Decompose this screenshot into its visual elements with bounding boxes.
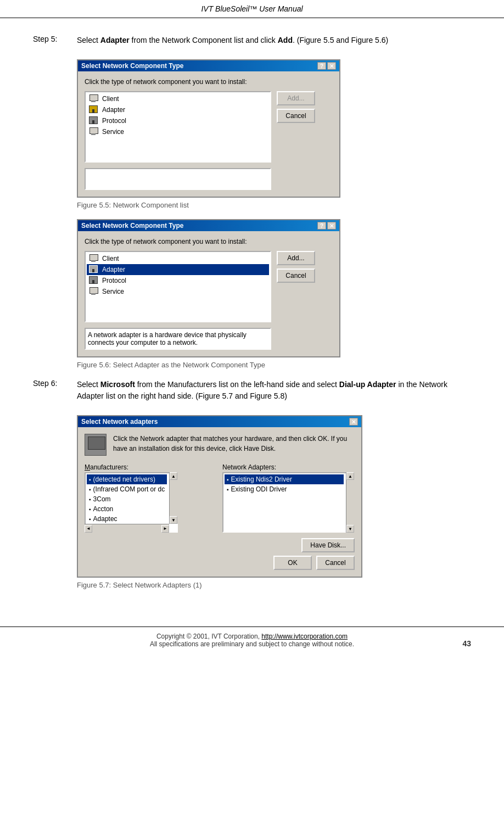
dialog-fig55-titlebar-buttons: ? ✕: [317, 62, 336, 70]
cancel-button-fig57[interactable]: Cancel: [316, 556, 355, 570]
list-item-service-56[interactable]: Service: [87, 286, 269, 297]
dialog-fig56-buttons: Add... Cancel: [277, 251, 315, 322]
dialog-fig57: Select Network adapters ✕ Click the Netw…: [77, 415, 362, 578]
dialog-fig55-main: Client Adapter Protocol Service: [85, 91, 333, 163]
adapters-scroll: ▪Existing Ndis2 Driver ▪Existing ODI Dri…: [225, 474, 344, 494]
cancel-button-fig56[interactable]: Cancel: [277, 269, 315, 283]
step5-bold2: Add: [278, 36, 293, 44]
dialog-fig56-main: Client Adapter Protocol Service: [85, 251, 333, 322]
dialog-fig56-body: Click the type of network component you …: [78, 231, 339, 356]
ok-button-fig57[interactable]: OK: [273, 556, 312, 570]
dialog-fig56-close-btn[interactable]: ✕: [327, 222, 336, 230]
right-list-wrapper: ▪Existing Ndis2 Driver ▪Existing ODI Dri…: [222, 472, 355, 533]
manufacturers-scrollbar[interactable]: ▲ ▼: [169, 472, 178, 524]
adapter-item-ndis2[interactable]: ▪Existing Ndis2 Driver: [225, 474, 344, 484]
cancel-button-fig55[interactable]: Cancel: [277, 109, 315, 123]
dialog-fig56: Select Network Component Type ? ✕ Click …: [77, 219, 340, 357]
list-item-client[interactable]: Client: [87, 93, 269, 104]
dialog-fig55-title: Select Network Component Type: [81, 62, 183, 70]
h-scroll-right-mfr[interactable]: ►: [161, 525, 169, 533]
dialog-fig56-listbox[interactable]: Client Adapter Protocol Service: [85, 251, 271, 322]
list-item-client-56[interactable]: Client: [87, 253, 269, 264]
adapters-col: Network Adapters: ▪Existing Ndis2 Driver…: [222, 463, 355, 533]
adapter-lists: Manufacturers: ▪(detected net drivers) ▪…: [85, 463, 355, 533]
step6-bold2: Dial-up Adapter: [339, 380, 396, 389]
step6-text-before: Select: [77, 380, 100, 389]
mfr-item-infrared[interactable]: ▪(Infrared COM port or dc: [87, 484, 167, 494]
footer-link[interactable]: http://www.ivtcorporation.com: [261, 633, 348, 640]
step5-text-after: . (Figure 5.5 and Figure 5.6): [293, 36, 388, 44]
have-disk-button[interactable]: Have Disk...: [301, 538, 355, 552]
dialog-fig55-titlebar: Select Network Component Type ? ✕: [78, 60, 339, 71]
dialog-fig56-instruction: Click the type of network component you …: [85, 238, 333, 245]
page-header: IVT BlueSoleil™ User Manual: [0, 0, 504, 18]
figure56-caption: Figure 5.6: Select Adapter as the Networ…: [77, 361, 471, 369]
dialog-fig55-close-btn[interactable]: ✕: [327, 62, 336, 70]
mfr-item-adaptec[interactable]: ▪Adaptec: [87, 514, 167, 524]
adapters-label: Network Adapters:: [222, 463, 355, 471]
list-item-adapter-56[interactable]: Adapter: [87, 264, 269, 275]
step6-block: Step 6: Select Microsoft from the Manufa…: [33, 379, 471, 402]
dialog-fig56-title: Select Network Component Type: [81, 222, 183, 230]
add-button-fig56[interactable]: Add...: [277, 251, 315, 265]
scroll-down-mfr[interactable]: ▼: [170, 516, 177, 524]
dialog-fig57-close-btn[interactable]: ✕: [349, 418, 358, 426]
dialog-fig55-buttons: Add... Cancel: [277, 91, 315, 163]
ok-cancel-row: OK Cancel: [85, 556, 355, 570]
scroll-up-mfr[interactable]: ▲: [170, 472, 177, 480]
dialog-fig56-help-btn[interactable]: ?: [317, 222, 326, 230]
mfr-item-detected[interactable]: ▪(detected net drivers): [87, 474, 167, 484]
mfr-item-accton[interactable]: ▪Accton: [87, 504, 167, 514]
manufacturers-col: Manufacturers: ▪(detected net drivers) ▪…: [85, 463, 217, 533]
figure56-container: Select Network Component Type ? ✕ Click …: [77, 219, 471, 357]
figure55-container: Select Network Component Type ? ✕ Click …: [77, 59, 471, 198]
dialog-fig56-desc: A network adapter is a hardware device t…: [85, 328, 271, 350]
footer-disclaimer: All specifications are preliminary and s…: [150, 640, 354, 648]
dialog-fig57-title: Select Network adapters: [81, 418, 158, 426]
list-item-adapter[interactable]: Adapter: [87, 104, 269, 115]
step6-text-middle: from the Manufacturers list on the left-…: [135, 380, 339, 389]
adapter-item-odi[interactable]: ▪Existing ODI Driver: [225, 484, 344, 494]
scroll-thumb-mfr: [170, 480, 177, 516]
step5-bold1: Adapter: [100, 36, 130, 44]
dialog-fig56-titlebar-buttons: ? ✕: [317, 222, 336, 230]
scroll-thumb-adp: [346, 480, 355, 525]
dialog-fig55-help-btn[interactable]: ?: [317, 62, 326, 70]
page-number: 43: [462, 639, 471, 648]
step6-text: Select Microsoft from the Manufacturers …: [77, 379, 471, 402]
dialog-fig55-listbox[interactable]: Client Adapter Protocol Service: [85, 91, 271, 163]
list-item-service[interactable]: Service: [87, 126, 269, 137]
main-content: Step 5: Select Adapter from the Network …: [0, 18, 504, 616]
step5-text-before: Select: [77, 36, 100, 44]
scroll-down-adp[interactable]: ▼: [346, 525, 354, 533]
dialog-fig57-titlebar-buttons: ✕: [349, 418, 358, 426]
adapters-scrollbar[interactable]: ▲ ▼: [346, 472, 355, 533]
dialog-fig57-titlebar: Select Network adapters ✕: [78, 416, 361, 427]
page-title: IVT BlueSoleil™ User Manual: [201, 4, 303, 13]
step5-text-middle: from the Network Component list and clic…: [130, 36, 278, 44]
dialog-fig55-desc: [85, 168, 271, 190]
dialog-fig55-instruction: Click the type of network component you …: [85, 78, 333, 86]
step5-block: Step 5: Select Adapter from the Network …: [33, 35, 471, 46]
step5-text: Select Adapter from the Network Componen…: [77, 35, 388, 46]
list-item-protocol[interactable]: Protocol: [87, 115, 269, 126]
step6-label: Step 6:: [33, 379, 77, 402]
list-item-protocol-56[interactable]: Protocol: [87, 275, 269, 286]
h-scroll-left-mfr[interactable]: ◄: [85, 525, 92, 533]
scroll-up-adp[interactable]: ▲: [346, 472, 354, 480]
adapter-header: Click the Network adapter that matches y…: [85, 434, 355, 456]
adapter-desc: Click the Network adapter that matches y…: [113, 434, 355, 456]
mfr-item-3com[interactable]: ▪3Com: [87, 494, 167, 504]
footer-copyright: Copyright © 2001, IVT Corporation,: [156, 633, 261, 640]
manufacturers-label: Manufacturers:: [85, 463, 217, 471]
dialog-fig55: Select Network Component Type ? ✕ Click …: [77, 59, 340, 198]
add-button-fig55[interactable]: Add...: [277, 91, 315, 105]
adapters-listbox[interactable]: ▪Existing Ndis2 Driver ▪Existing ODI Dri…: [222, 472, 355, 533]
figure57-container: Select Network adapters ✕ Click the Netw…: [77, 415, 471, 578]
manufacturers-scroll: ▪(detected net drivers) ▪(Infrared COM p…: [87, 474, 167, 524]
dialog-fig55-body: Click the type of network component you …: [78, 71, 339, 197]
page-footer: Copyright © 2001, IVT Corporation, http:…: [0, 627, 504, 653]
left-list-wrapper: ▪(detected net drivers) ▪(Infrared COM p…: [85, 472, 178, 533]
h-scrollbar-mfr[interactable]: ◄ ►: [85, 524, 169, 533]
figure57-caption: Figure 5.7: Select Network Adapters (1): [77, 581, 471, 589]
